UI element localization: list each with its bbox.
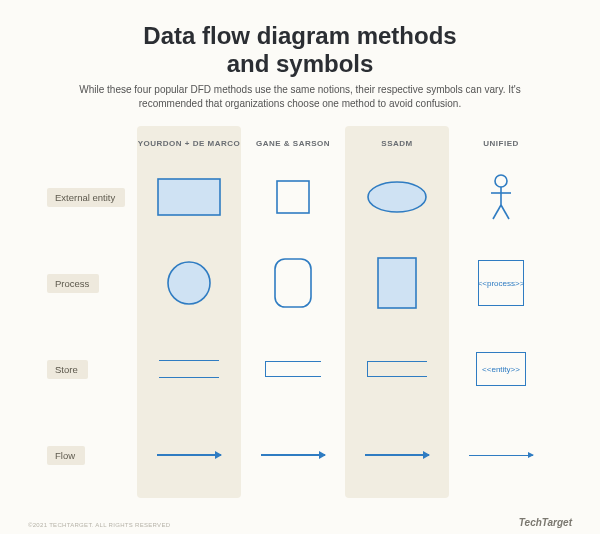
symbol-ssadm-process xyxy=(345,240,449,326)
row-label-text: Store xyxy=(47,360,88,379)
row-label-text: External entity xyxy=(47,188,125,207)
symbol-gane-store xyxy=(241,326,345,412)
symbol-yourdon-flow xyxy=(137,412,241,498)
actor-icon xyxy=(486,173,516,221)
svg-rect-9 xyxy=(275,259,311,307)
row-label-text: Flow xyxy=(47,446,85,465)
symbol-ssadm-flow xyxy=(345,412,449,498)
row-label-flow: Flow xyxy=(47,412,137,498)
symbol-grid: YOURDON + DE MARCO GANE & SARSON SSADM U… xyxy=(47,126,553,498)
corner-empty xyxy=(47,126,137,154)
col-header-yourdon: YOURDON + DE MARCO xyxy=(137,139,241,154)
row-label-text: Process xyxy=(47,274,99,293)
col-header-gane: GANE & SARSON xyxy=(241,139,345,154)
uml-entity-box: <<entity>> xyxy=(476,352,526,386)
symbol-yourdon-process xyxy=(137,240,241,326)
svg-point-8 xyxy=(168,262,210,304)
arrow-icon xyxy=(157,454,221,456)
symbol-gane-flow xyxy=(241,412,345,498)
arrow-icon xyxy=(365,454,429,456)
col-header-ssadm: SSADM xyxy=(345,139,449,154)
col-header-unified: UNIFIED xyxy=(449,139,553,154)
title-line2: and symbols xyxy=(227,50,374,77)
symbol-unified-store: <<entity>> xyxy=(449,326,553,412)
symbol-yourdon-store xyxy=(137,326,241,412)
svg-point-2 xyxy=(368,182,426,212)
footer-copyright: ©2021 TECHTARGET. ALL RIGHTS RESERVED xyxy=(28,522,170,528)
page-subtitle: While these four popular DFD methods use… xyxy=(70,83,530,110)
title-line1: Data flow diagram methods xyxy=(143,22,456,49)
symbol-unified-process: <<process>> xyxy=(449,240,553,326)
svg-line-6 xyxy=(493,205,501,219)
uml-process-box: <<process>> xyxy=(478,260,524,306)
page-title: Data flow diagram methods and symbols xyxy=(28,22,572,77)
svg-rect-10 xyxy=(378,258,416,308)
symbol-yourdon-external-entity xyxy=(137,154,241,240)
two-lines-icon xyxy=(159,360,219,378)
svg-rect-0 xyxy=(158,179,220,215)
uml-entity-label: <<entity>> xyxy=(482,365,520,374)
open-rect-icon xyxy=(265,361,321,377)
svg-rect-1 xyxy=(277,181,309,213)
symbol-gane-external-entity xyxy=(241,154,345,240)
row-label-store: Store xyxy=(47,326,137,412)
svg-line-7 xyxy=(501,205,509,219)
arrow-icon xyxy=(261,454,325,456)
symbol-unified-flow xyxy=(449,412,553,498)
arrow-thin-icon xyxy=(469,455,533,456)
symbol-unified-external-entity xyxy=(449,154,553,240)
open-rect-icon xyxy=(367,361,427,377)
diagram-page: Data flow diagram methods and symbols Wh… xyxy=(0,0,600,534)
svg-point-3 xyxy=(495,175,507,187)
row-label-external-entity: External entity xyxy=(47,154,137,240)
symbol-gane-process xyxy=(241,240,345,326)
row-label-process: Process xyxy=(47,240,137,326)
symbol-ssadm-store xyxy=(345,326,449,412)
footer-brand: TechTarget xyxy=(519,517,572,528)
symbol-ssadm-external-entity xyxy=(345,154,449,240)
uml-process-label: <<process>> xyxy=(478,279,525,288)
